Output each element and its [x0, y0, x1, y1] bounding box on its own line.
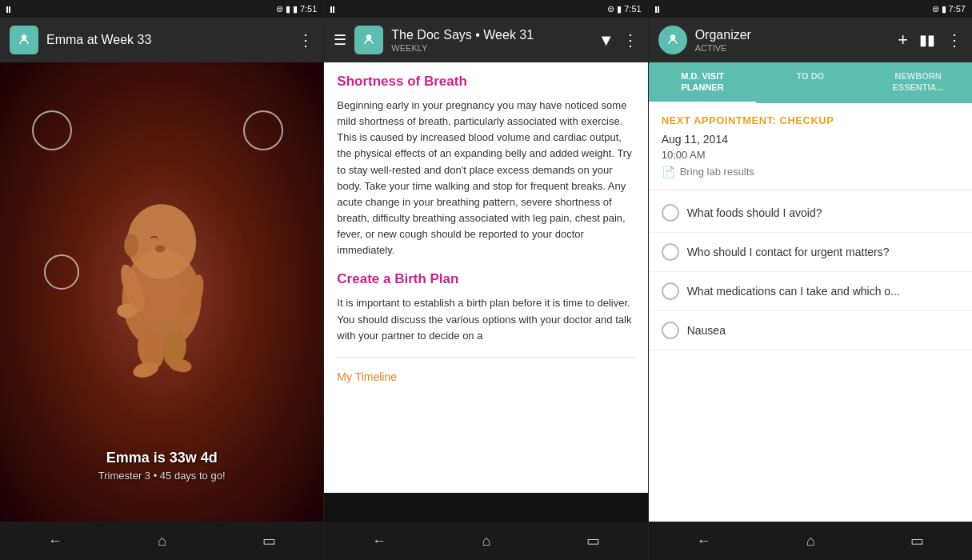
more-options-button-3[interactable]: ⋮ — [946, 30, 962, 50]
stethoscope-icon — [361, 32, 377, 48]
svg-rect-18 — [658, 6, 659, 13]
fetus-background: Emma is 33w 4d Trimester 3 • 45 days to … — [0, 62, 323, 522]
checklist-item-1[interactable]: Who should I contact for urgent matters? — [649, 233, 972, 272]
appointment-label: NEXT APPOINTMENT: CHECKUP — [662, 114, 959, 126]
title-block-3: Organizer ACTIVE — [695, 28, 890, 53]
title-block-1: Emma at Week 33 — [46, 33, 290, 47]
doc-content: Shortness of Breath Beginning early in y… — [324, 62, 647, 493]
panel-doc-says: ⊜ ▮ 7:51 ☰ The Doc Says • Week 31 WEEKLY… — [324, 0, 648, 560]
appointment-time: 10:00 AM — [662, 149, 959, 161]
baby-sub-label: Trimester 3 • 45 days to go! — [98, 470, 226, 482]
app-title-1: Emma at Week 33 — [46, 33, 290, 47]
more-options-button-2[interactable]: ▼ — [598, 31, 614, 50]
appointment-note-text: Bring lab results — [680, 166, 754, 178]
wifi-icon: ⊜ — [276, 4, 283, 14]
checklist-text-3: Nausea — [687, 324, 726, 337]
svg-point-16 — [366, 34, 372, 40]
doc-bottom-bar — [324, 493, 647, 522]
status-left-1 — [6, 5, 18, 13]
panel-organizer: ⊜ ▮ 7:57 Organizer ACTIVE + ▮▮ ⋮ M.D. VI… — [649, 0, 972, 560]
checkbox-2[interactable] — [662, 282, 679, 300]
section-divider-1 — [649, 190, 972, 190]
checkbox-1[interactable] — [662, 243, 679, 261]
battery-icon: ▮ — [293, 4, 298, 14]
app-bar-2: ☰ The Doc Says • Week 31 WEEKLY ▼ ⋮ — [324, 18, 647, 62]
more-options-button-1[interactable]: ⋮ — [298, 30, 314, 50]
app-subtitle-2: WEEKLY — [391, 43, 590, 53]
status-right-3: ⊜ ▮ 7:57 — [932, 4, 966, 14]
app-logo-1 — [10, 26, 38, 54]
week-text-block: Emma is 33w 4d Trimester 3 • 45 days to … — [98, 450, 226, 482]
overflow-button-2[interactable]: ⋮ — [622, 30, 638, 50]
svg-rect-1 — [9, 6, 10, 13]
recent-button-2[interactable]: ▭ — [586, 532, 600, 550]
time-display-3: 7:57 — [949, 4, 966, 14]
checklist-item-3[interactable]: Nausea — [649, 311, 972, 350]
back-button-3[interactable]: ← — [696, 533, 710, 550]
time-display-1: 7:51 — [300, 4, 317, 14]
baby-week-label: Emma is 33w 4d — [98, 450, 226, 466]
tab-newborn-essentials[interactable]: NEWBORNESSENTIA... — [864, 62, 972, 103]
app-title-2: The Doc Says • Week 31 — [391, 28, 590, 42]
status-left-2 — [330, 5, 342, 13]
tab-to-do[interactable]: TO DO — [756, 62, 864, 103]
status-right-2: ⊜ ▮ 7:51 — [607, 4, 641, 14]
status-bar-1: ⊜ ▮ ▮ 7:51 — [0, 0, 323, 18]
app-bar-1: Emma at Week 33 ⋮ — [0, 18, 323, 62]
svg-rect-15 — [333, 6, 334, 13]
bottom-nav-2: ← ⌂ ▭ — [324, 522, 647, 560]
section2-text: It is important to establish a birth pla… — [337, 295, 634, 343]
title-block-2: The Doc Says • Week 31 WEEKLY — [391, 28, 590, 53]
section1-title: Shortness of Breath — [337, 74, 634, 90]
home-button-3[interactable]: ⌂ — [806, 533, 815, 550]
status-bar-3: ⊜ ▮ 7:57 — [649, 0, 972, 18]
checklist-text-0: What foods should I avoid? — [687, 206, 822, 219]
bottom-nav-3: ← ⌂ ▭ — [649, 522, 972, 560]
app-title-3: Organizer — [695, 28, 890, 42]
note-icon: 📄 — [662, 166, 675, 178]
content-divider — [337, 357, 634, 358]
section1-text: Beginning early in your pregnancy you ma… — [337, 98, 634, 258]
section2-title: Create a Birth Plan — [337, 271, 634, 287]
hamburger-button-2[interactable]: ☰ — [334, 31, 346, 49]
add-button-3[interactable]: + — [898, 30, 908, 50]
sim-icon-3 — [655, 5, 666, 13]
home-button-1[interactable]: ⌂ — [158, 533, 166, 550]
signal-icon: ▮ — [286, 4, 290, 14]
checkbox-3[interactable] — [662, 322, 679, 339]
app-logo-3 — [658, 26, 687, 54]
recent-button-3[interactable]: ▭ — [910, 532, 924, 550]
appointment-note: 📄 Bring lab results — [662, 166, 959, 178]
fetus-svg — [90, 176, 234, 408]
organizer-content: NEXT APPOINTMENT: CHECKUP Aug 11, 2014 1… — [649, 103, 972, 522]
svg-point-19 — [670, 34, 675, 40]
tab-md-visit-planner[interactable]: M.D. VISITPLANNER — [649, 62, 757, 103]
home-button-2[interactable]: ⌂ — [482, 533, 491, 550]
app-bar-3: Organizer ACTIVE + ▮▮ ⋮ — [649, 18, 972, 62]
sim-icon-2 — [330, 5, 342, 13]
svg-rect-17 — [655, 6, 657, 13]
checklist-item-0[interactable]: What foods should I avoid? — [649, 194, 972, 233]
status-left-3 — [655, 5, 666, 13]
wifi-icon-2: ⊜ — [607, 4, 614, 14]
edit-button-3[interactable]: ▮▮ — [919, 31, 935, 49]
recent-button-1[interactable]: ▭ — [262, 532, 276, 550]
svg-point-5 — [124, 234, 138, 257]
battery-icon-3: ▮ — [942, 4, 946, 14]
status-right-1: ⊜ ▮ ▮ 7:51 — [276, 4, 317, 14]
svg-rect-14 — [330, 6, 332, 13]
appointment-section: NEXT APPOINTMENT: CHECKUP Aug 11, 2014 1… — [649, 103, 972, 186]
back-button-2[interactable]: ← — [372, 533, 386, 550]
svg-rect-0 — [6, 6, 8, 13]
status-bar-2: ⊜ ▮ 7:51 — [324, 0, 647, 18]
organizer-tabs: M.D. VISITPLANNER TO DO NEWBORNESSENTIA.… — [649, 62, 972, 103]
checklist-item-2[interactable]: What medications can I take and which o.… — [649, 272, 972, 311]
svg-point-2 — [22, 34, 27, 40]
app-logo-2 — [354, 26, 383, 54]
checkbox-0[interactable] — [662, 204, 679, 222]
organizer-icon — [665, 32, 681, 48]
panel-emma-week33: ⊜ ▮ ▮ 7:51 Emma at Week 33 ⋮ — [0, 0, 324, 560]
svg-point-6 — [155, 246, 166, 253]
my-timeline-link[interactable]: My Timeline — [337, 366, 634, 388]
back-button-1[interactable]: ← — [48, 533, 62, 550]
